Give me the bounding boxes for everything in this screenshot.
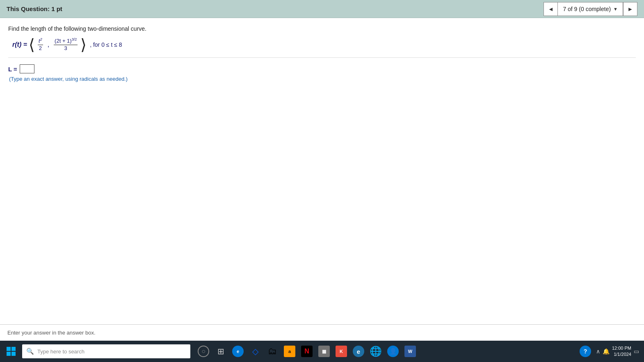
clock-date: 1/1/2024 xyxy=(612,351,631,357)
word-icon: W xyxy=(404,346,416,357)
windows-logo-icon xyxy=(7,347,16,356)
frac-denominator-3: 3 xyxy=(64,45,68,52)
taskbar-word[interactable]: W xyxy=(402,343,418,360)
dropdown-arrow-icon: ▼ xyxy=(613,7,618,11)
points-value: 1 pt xyxy=(51,5,62,12)
fraction-2t1-3: (2t + 1)3/2 3 xyxy=(54,37,78,52)
edge-icon: e xyxy=(232,346,244,357)
taskview-icon: ⊞ xyxy=(217,346,224,356)
open-paren: ⟨ xyxy=(29,37,35,52)
taskbar-explorer[interactable]: 🗂 xyxy=(264,343,281,360)
help-button[interactable]: ? xyxy=(577,343,594,360)
clock-time: 12:00 PM xyxy=(612,345,631,351)
prev-button[interactable]: ◄ xyxy=(544,2,558,16)
progress-label[interactable]: 7 of 9 (0 complete) ▼ xyxy=(558,2,623,16)
taskbar-amazon[interactable]: a xyxy=(281,343,298,360)
answer-row: L = xyxy=(8,64,636,73)
close-paren: ⟩ xyxy=(80,37,87,52)
frac-numerator-expr: (2t + 1)3/2 xyxy=(54,37,78,45)
frac-denominator-2: 2 xyxy=(38,45,43,52)
progress-text: 7 of 9 (0 complete) xyxy=(563,6,611,12)
chrome-icon: 🌐 xyxy=(370,346,382,357)
taskbar-cortana[interactable]: ○ xyxy=(195,343,212,360)
taskbar-ie[interactable]: e xyxy=(350,343,367,360)
taskbar-klokki[interactable]: K xyxy=(333,343,349,360)
question-points: This Question: 1 pt xyxy=(7,5,62,12)
answer-label: L = xyxy=(8,66,17,73)
navigation-controls: ◄ 7 of 9 (0 complete) ▼ ► xyxy=(544,2,637,16)
next-button[interactable]: ► xyxy=(623,2,637,16)
help-icon: ? xyxy=(580,346,591,357)
calculator-icon: ▦ xyxy=(318,346,330,357)
search-bar[interactable]: 🔍 Type here to search xyxy=(22,344,190,358)
condition-text: , for 0 ≤ t ≤ 8 xyxy=(90,41,122,48)
taskbar-taskview[interactable]: ⊞ xyxy=(212,343,229,360)
footer-instruction: Enter your answer in the answer box. xyxy=(0,324,644,341)
cortana-icon: ○ xyxy=(198,346,209,357)
taskbar-dropbox[interactable]: ◇ xyxy=(247,343,263,360)
question-instruction: Find the length of the following two-dim… xyxy=(8,25,636,32)
ie-icon: e xyxy=(353,346,364,357)
taskbar-calculator[interactable]: ▦ xyxy=(316,343,332,360)
footer-text: Enter your answer in the answer box. xyxy=(7,330,96,336)
people-icon: 👤 xyxy=(387,346,399,357)
taskbar-chrome[interactable]: 🌐 xyxy=(368,343,384,360)
system-clock: 12:00 PM 1/1/2024 xyxy=(612,345,631,358)
taskbar-netflix[interactable]: N xyxy=(299,343,315,360)
dropbox-icon: ◇ xyxy=(252,346,258,356)
notification-icon[interactable]: 🔔 xyxy=(603,348,610,355)
math-r-label: r(t) = xyxy=(12,41,27,48)
netflix-icon: N xyxy=(301,346,313,357)
math-formula: r(t) = ⟨ t2 2 , (2t + 1)3/2 3 ⟩ , for 0 … xyxy=(8,37,636,58)
question-label: This Question: xyxy=(7,5,50,12)
answer-input[interactable] xyxy=(20,64,34,73)
amazon-icon: a xyxy=(284,346,295,357)
comma-separator: , xyxy=(48,41,49,48)
hint-text: (Type an exact answer, using radicals as… xyxy=(9,76,636,82)
chevron-up-icon[interactable]: ∧ xyxy=(596,348,600,355)
search-placeholder: Type here to search xyxy=(37,348,84,355)
taskbar-people[interactable]: 👤 xyxy=(385,343,401,360)
frac-numerator-t2: t2 xyxy=(38,37,43,45)
fraction-t2-2: t2 2 xyxy=(38,37,43,52)
show-desktop-icon[interactable]: ▭ xyxy=(634,348,639,355)
taskbar: 🔍 Type here to search ○ ⊞ e ◇ 🗂 a N ▦ K … xyxy=(0,341,644,362)
start-button[interactable] xyxy=(2,343,20,360)
search-icon: 🔍 xyxy=(26,348,34,355)
system-tray: ? ∧ 🔔 12:00 PM 1/1/2024 ▭ xyxy=(577,343,642,360)
file-explorer-icon: 🗂 xyxy=(268,346,277,357)
taskbar-edge[interactable]: e xyxy=(230,343,246,360)
klokki-icon: K xyxy=(336,346,347,357)
question-header: This Question: 1 pt ◄ 7 of 9 (0 complete… xyxy=(0,0,644,18)
main-content: Find the length of the following two-dim… xyxy=(0,18,644,318)
